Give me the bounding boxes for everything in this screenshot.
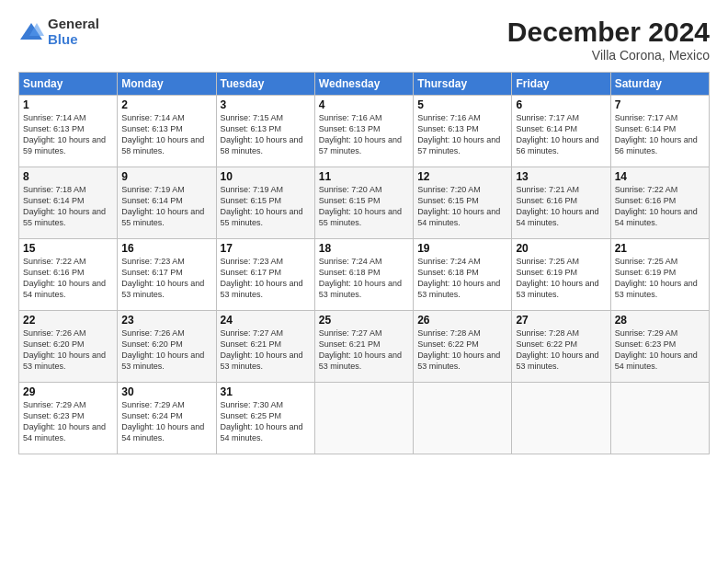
logo: General Blue: [18, 17, 99, 47]
calendar-cell: 30Sunrise: 7:29 AMSunset: 6:24 PMDayligh…: [118, 383, 216, 454]
day-info: Sunrise: 7:26 AMSunset: 6:20 PMDaylight:…: [121, 327, 211, 373]
day-info: Sunrise: 7:19 AMSunset: 6:14 PMDaylight:…: [121, 184, 211, 229]
title-block: December 2024 Villa Corona, Mexico: [507, 17, 710, 63]
day-info: Sunrise: 7:27 AMSunset: 6:21 PMDaylight:…: [221, 327, 311, 373]
calendar-cell: 3Sunrise: 7:15 AMSunset: 6:13 PMDaylight…: [216, 96, 314, 167]
day-number: 3: [221, 98, 311, 111]
location: Villa Corona, Mexico: [507, 48, 710, 63]
calendar-cell: 4Sunrise: 7:16 AMSunset: 6:13 PMDaylight…: [314, 96, 413, 167]
day-number: 16: [121, 242, 211, 255]
calendar-day-header: Sunday: [19, 73, 118, 96]
day-number: 18: [319, 242, 409, 255]
calendar-cell: 5Sunrise: 7:16 AMSunset: 6:13 PMDaylight…: [414, 96, 512, 167]
day-info: Sunrise: 7:16 AMSunset: 6:13 PMDaylight:…: [319, 112, 409, 157]
day-info: Sunrise: 7:27 AMSunset: 6:21 PMDaylight:…: [319, 327, 409, 373]
calendar-cell: 25Sunrise: 7:27 AMSunset: 6:21 PMDayligh…: [314, 311, 413, 383]
header: General Blue December 2024 Villa Corona,…: [18, 17, 710, 63]
day-info: Sunrise: 7:26 AMSunset: 6:20 PMDaylight:…: [23, 327, 113, 373]
calendar-cell: 28Sunrise: 7:29 AMSunset: 6:23 PMDayligh…: [610, 311, 709, 383]
day-info: Sunrise: 7:29 AMSunset: 6:23 PMDaylight:…: [615, 327, 705, 373]
day-info: Sunrise: 7:25 AMSunset: 6:19 PMDaylight:…: [516, 256, 606, 301]
day-info: Sunrise: 7:29 AMSunset: 6:24 PMDaylight:…: [121, 399, 211, 444]
day-info: Sunrise: 7:20 AMSunset: 6:15 PMDaylight:…: [417, 184, 507, 229]
calendar-cell: 24Sunrise: 7:27 AMSunset: 6:21 PMDayligh…: [216, 311, 314, 383]
day-number: 8: [23, 170, 113, 183]
day-number: 6: [516, 98, 606, 111]
day-info: Sunrise: 7:28 AMSunset: 6:22 PMDaylight:…: [417, 327, 507, 373]
day-number: 29: [23, 385, 113, 398]
calendar-week-row: 8Sunrise: 7:18 AMSunset: 6:14 PMDaylight…: [19, 167, 710, 239]
logo-blue-text: Blue: [48, 32, 99, 48]
day-number: 9: [121, 170, 211, 183]
calendar-cell: 14Sunrise: 7:22 AMSunset: 6:16 PMDayligh…: [610, 167, 709, 239]
calendar-day-header: Saturday: [610, 73, 709, 96]
calendar-cell: 31Sunrise: 7:30 AMSunset: 6:25 PMDayligh…: [216, 383, 314, 454]
day-info: Sunrise: 7:28 AMSunset: 6:22 PMDaylight:…: [516, 327, 606, 373]
day-number: 25: [319, 314, 409, 327]
day-number: 10: [221, 170, 311, 183]
day-number: 30: [121, 385, 211, 398]
day-info: Sunrise: 7:24 AMSunset: 6:18 PMDaylight:…: [319, 256, 409, 301]
day-info: Sunrise: 7:17 AMSunset: 6:14 PMDaylight:…: [516, 112, 606, 157]
calendar-day-header: Tuesday: [216, 73, 314, 96]
day-info: Sunrise: 7:23 AMSunset: 6:17 PMDaylight:…: [121, 256, 211, 301]
day-number: 15: [23, 242, 113, 255]
day-info: Sunrise: 7:25 AMSunset: 6:19 PMDaylight:…: [615, 256, 705, 301]
calendar-cell: 11Sunrise: 7:20 AMSunset: 6:15 PMDayligh…: [314, 167, 413, 239]
day-info: Sunrise: 7:30 AMSunset: 6:25 PMDaylight:…: [221, 399, 311, 444]
day-info: Sunrise: 7:29 AMSunset: 6:23 PMDaylight:…: [23, 399, 113, 444]
calendar-week-row: 15Sunrise: 7:22 AMSunset: 6:16 PMDayligh…: [19, 239, 710, 311]
calendar-cell: 7Sunrise: 7:17 AMSunset: 6:14 PMDaylight…: [610, 96, 709, 167]
day-info: Sunrise: 7:14 AMSunset: 6:13 PMDaylight:…: [121, 112, 211, 157]
day-info: Sunrise: 7:23 AMSunset: 6:17 PMDaylight:…: [221, 256, 311, 301]
day-number: 7: [615, 98, 705, 111]
calendar-week-row: 22Sunrise: 7:26 AMSunset: 6:20 PMDayligh…: [19, 311, 710, 383]
calendar-week-row: 29Sunrise: 7:29 AMSunset: 6:23 PMDayligh…: [19, 383, 710, 454]
calendar-cell: 10Sunrise: 7:19 AMSunset: 6:15 PMDayligh…: [216, 167, 314, 239]
day-info: Sunrise: 7:24 AMSunset: 6:18 PMDaylight:…: [417, 256, 507, 301]
day-info: Sunrise: 7:22 AMSunset: 6:16 PMDaylight:…: [23, 256, 113, 301]
day-number: 28: [615, 314, 705, 327]
calendar-cell: 2Sunrise: 7:14 AMSunset: 6:13 PMDaylight…: [118, 96, 216, 167]
calendar-cell: [314, 383, 413, 454]
day-number: 22: [23, 314, 113, 327]
day-number: 26: [417, 314, 507, 327]
day-number: 31: [221, 385, 311, 398]
logo-text: General Blue: [48, 17, 99, 47]
calendar-cell: 27Sunrise: 7:28 AMSunset: 6:22 PMDayligh…: [512, 311, 610, 383]
day-number: 1: [23, 98, 113, 111]
day-info: Sunrise: 7:21 AMSunset: 6:16 PMDaylight:…: [516, 184, 606, 229]
calendar-day-header: Thursday: [414, 73, 512, 96]
calendar-cell: [512, 383, 610, 454]
calendar-day-header: Wednesday: [314, 73, 413, 96]
page: General Blue December 2024 Villa Corona,…: [0, 0, 728, 563]
day-number: 2: [121, 98, 211, 111]
calendar-cell: 23Sunrise: 7:26 AMSunset: 6:20 PMDayligh…: [118, 311, 216, 383]
day-number: 27: [516, 314, 606, 327]
calendar-cell: 15Sunrise: 7:22 AMSunset: 6:16 PMDayligh…: [19, 239, 118, 311]
calendar-day-header: Friday: [512, 73, 610, 96]
day-number: 5: [417, 98, 507, 111]
day-info: Sunrise: 7:17 AMSunset: 6:14 PMDaylight:…: [615, 112, 705, 157]
day-number: 19: [417, 242, 507, 255]
calendar-cell: 19Sunrise: 7:24 AMSunset: 6:18 PMDayligh…: [414, 239, 512, 311]
calendar-cell: 26Sunrise: 7:28 AMSunset: 6:22 PMDayligh…: [414, 311, 512, 383]
day-info: Sunrise: 7:16 AMSunset: 6:13 PMDaylight:…: [417, 112, 507, 157]
month-title: December 2024: [507, 17, 710, 48]
calendar-cell: 21Sunrise: 7:25 AMSunset: 6:19 PMDayligh…: [610, 239, 709, 311]
day-info: Sunrise: 7:22 AMSunset: 6:16 PMDaylight:…: [615, 184, 705, 229]
calendar-cell: 13Sunrise: 7:21 AMSunset: 6:16 PMDayligh…: [512, 167, 610, 239]
calendar-table: SundayMondayTuesdayWednesdayThursdayFrid…: [18, 72, 710, 454]
calendar-cell: 18Sunrise: 7:24 AMSunset: 6:18 PMDayligh…: [314, 239, 413, 311]
day-info: Sunrise: 7:20 AMSunset: 6:15 PMDaylight:…: [319, 184, 409, 229]
day-number: 11: [319, 170, 409, 183]
calendar-cell: 17Sunrise: 7:23 AMSunset: 6:17 PMDayligh…: [216, 239, 314, 311]
calendar-cell: 12Sunrise: 7:20 AMSunset: 6:15 PMDayligh…: [414, 167, 512, 239]
calendar-cell: 1Sunrise: 7:14 AMSunset: 6:13 PMDaylight…: [19, 96, 118, 167]
calendar-day-header: Monday: [118, 73, 216, 96]
calendar-cell: 20Sunrise: 7:25 AMSunset: 6:19 PMDayligh…: [512, 239, 610, 311]
day-number: 12: [417, 170, 507, 183]
day-info: Sunrise: 7:18 AMSunset: 6:14 PMDaylight:…: [23, 184, 113, 229]
calendar-header-row: SundayMondayTuesdayWednesdayThursdayFrid…: [19, 73, 710, 96]
calendar-week-row: 1Sunrise: 7:14 AMSunset: 6:13 PMDaylight…: [19, 96, 710, 167]
